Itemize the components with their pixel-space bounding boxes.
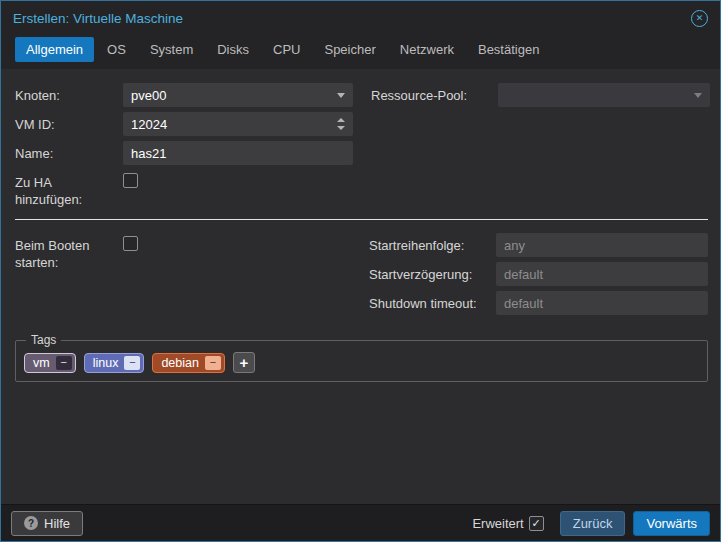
vmid-spinner [123,112,353,136]
dialog-title: Erstellen: Virtuelle Maschine [13,11,183,26]
row-name: Name: [15,141,708,165]
form-area: Knoten: pve00 Ressource-Pool: VM ID: [1,69,720,504]
tags-list: vm−linux−debian−+ [24,352,699,373]
tags-legend: Tags [26,333,61,347]
tab-system[interactable]: System [139,37,204,62]
startdelay-label: Startverzögerung: [369,267,496,282]
startorder-input[interactable] [496,233,708,257]
help-button[interactable]: ? Hilfe [11,511,83,536]
dialog-titlebar: Erstellen: Virtuelle Maschine ✕ [1,1,720,36]
onboot-checkbox[interactable] [123,236,138,251]
footer-bar: ? Hilfe Erweitert ✓ Zurück Vorwärts [1,504,720,541]
tab-speicher[interactable]: Speicher [313,37,386,62]
add-tag-button[interactable]: + [233,352,255,373]
remove-tag-icon[interactable]: − [124,356,140,370]
tab-bestätigen[interactable]: Bestätigen [467,37,550,62]
tag-label: vm [33,355,50,371]
forward-button[interactable]: Vorwärts [633,511,710,536]
ha-checkbox[interactable] [123,173,138,188]
tag-vm: vm− [24,353,76,373]
advanced-checkbox[interactable]: ✓ [529,516,544,531]
name-label: Name: [15,141,123,162]
tag-label: debian [161,355,199,371]
resource-pool-select[interactable] [498,83,710,107]
shutdown-timeout-label: Shutdown timeout: [369,296,496,311]
row-vmid: VM ID: [15,112,708,136]
remove-tag-icon[interactable]: − [56,356,72,370]
tags-fieldset: Tags vm−linux−debian−+ [15,333,708,382]
back-button[interactable]: Zurück [560,511,626,536]
knoten-label: Knoten: [15,83,123,104]
tab-disks[interactable]: Disks [206,37,260,62]
knoten-value: pve00 [131,88,337,103]
onboot-label: Beim Booten starten: [15,233,123,271]
tag-label: linux [93,355,119,371]
tab-os[interactable]: OS [96,37,137,62]
startdelay-input[interactable] [496,262,708,286]
section-divider [15,219,708,220]
advanced-label: Erweitert [472,516,523,531]
ha-label: Zu HA hinzufügen: [15,170,123,208]
row-ha: Zu HA hinzufügen: [15,170,708,208]
close-icon[interactable]: ✕ [691,10,708,27]
tag-debian: debian− [152,353,225,373]
tab-cpu[interactable]: CPU [262,37,311,62]
knoten-select[interactable]: pve00 [123,83,353,107]
create-vm-dialog: Erstellen: Virtuelle Maschine ✕ Allgemei… [0,0,721,542]
tab-netzwerk[interactable]: Netzwerk [389,37,465,62]
spinner-arrows-icon[interactable] [333,118,349,130]
help-button-label: Hilfe [44,516,70,531]
help-icon: ? [24,516,38,530]
tab-allgemein[interactable]: Allgemein [15,37,94,62]
name-input[interactable] [123,141,353,165]
row-knoten-pool: Knoten: pve00 Ressource-Pool: [15,83,708,107]
row-boot: Beim Booten starten: Startreihenfolge: S… [15,233,708,320]
vmid-input[interactable] [123,113,333,135]
tag-linux: linux− [84,353,145,373]
vmid-label: VM ID: [15,112,123,133]
tab-bar: AllgemeinOSSystemDisksCPUSpeicherNetzwer… [1,36,720,69]
chevron-down-icon [694,93,702,98]
shutdown-timeout-input[interactable] [496,291,708,315]
resource-pool-label: Ressource-Pool: [371,83,498,104]
startorder-label: Startreihenfolge: [369,238,496,253]
remove-tag-icon[interactable]: − [205,356,221,370]
chevron-down-icon [337,93,345,98]
